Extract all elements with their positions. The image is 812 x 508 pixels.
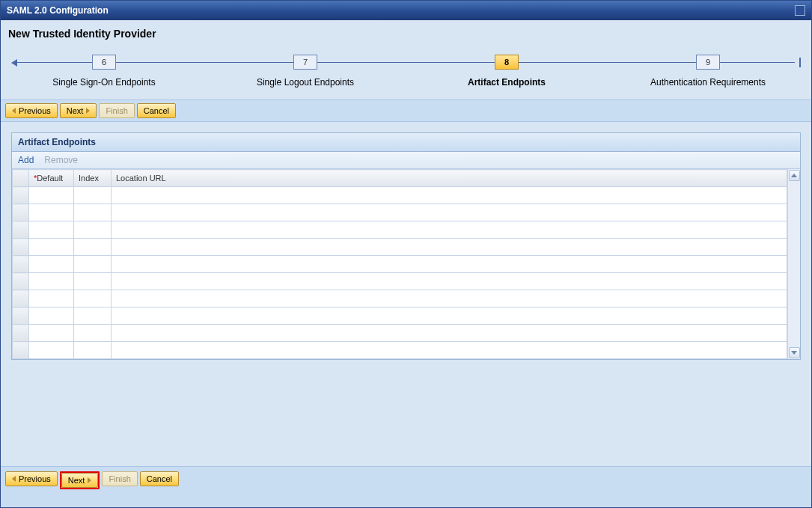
panel-title: Artifact Endpoints bbox=[12, 133, 800, 152]
cell-default[interactable] bbox=[29, 290, 74, 307]
table-row[interactable] bbox=[13, 239, 800, 256]
wizard-step[interactable]: 8Artifact Endpoints bbox=[432, 46, 581, 88]
column-header-default-label: Default bbox=[37, 174, 63, 183]
wizard-step-label: Single Sign-On Endpoints bbox=[52, 77, 155, 88]
cell-location[interactable] bbox=[112, 307, 787, 325]
row-selector[interactable] bbox=[13, 290, 29, 307]
cell-location[interactable] bbox=[112, 273, 787, 290]
next-button-bottom[interactable]: Next bbox=[61, 473, 99, 488]
cell-default[interactable] bbox=[29, 325, 74, 342]
cell-index[interactable] bbox=[74, 342, 112, 359]
cell-default[interactable] bbox=[29, 256, 74, 273]
row-selector[interactable] bbox=[13, 307, 29, 325]
wizard-step[interactable]: 9Authentication Requirements bbox=[633, 46, 783, 88]
cell-location[interactable] bbox=[112, 325, 787, 342]
grid-table: *Default Index Location URL bbox=[12, 169, 800, 359]
button-bar-bottom: Previous Next Finish Cancel bbox=[1, 466, 811, 507]
wizard-step-number: 6 bbox=[92, 55, 116, 70]
cell-location[interactable] bbox=[112, 239, 787, 256]
cell-index[interactable] bbox=[74, 239, 112, 256]
cell-default[interactable] bbox=[29, 204, 74, 221]
next-button[interactable]: Next bbox=[60, 103, 97, 118]
scrollbar[interactable] bbox=[787, 169, 800, 359]
chevron-right-icon bbox=[88, 477, 91, 483]
cell-index[interactable] bbox=[74, 290, 112, 307]
cell-default[interactable] bbox=[29, 187, 74, 204]
cell-location[interactable] bbox=[112, 204, 787, 221]
table-row[interactable] bbox=[13, 307, 800, 325]
wizard-step-number: 7 bbox=[293, 55, 317, 70]
cell-default[interactable] bbox=[29, 273, 74, 290]
row-selector[interactable] bbox=[13, 221, 29, 239]
cell-index[interactable] bbox=[74, 221, 112, 239]
button-bar-top: Previous Next Finish Cancel bbox=[1, 100, 811, 122]
row-selector[interactable] bbox=[13, 204, 29, 221]
table-row[interactable] bbox=[13, 290, 800, 307]
row-selector[interactable] bbox=[13, 187, 29, 204]
cell-index[interactable] bbox=[74, 256, 112, 273]
next-button-highlight: Next bbox=[60, 471, 100, 489]
table-row[interactable] bbox=[13, 187, 800, 204]
cell-default[interactable] bbox=[29, 239, 74, 256]
finish-button: Finish bbox=[99, 103, 134, 118]
window: SAML 2.0 Configuration New Trusted Ident… bbox=[0, 0, 812, 508]
finish-label-bottom: Finish bbox=[109, 474, 130, 483]
cancel-button-bottom[interactable]: Cancel bbox=[140, 471, 179, 486]
column-header-default[interactable]: *Default bbox=[29, 170, 74, 187]
previous-button-bottom[interactable]: Previous bbox=[5, 471, 58, 486]
next-label-bottom: Next bbox=[68, 476, 85, 485]
chevron-right-icon bbox=[86, 108, 90, 114]
cell-location[interactable] bbox=[112, 290, 787, 307]
table-row[interactable] bbox=[13, 221, 800, 239]
cell-default[interactable] bbox=[29, 221, 74, 239]
cancel-label: Cancel bbox=[144, 106, 169, 115]
cell-location[interactable] bbox=[112, 221, 787, 239]
row-selector[interactable] bbox=[13, 256, 29, 273]
add-link[interactable]: Add bbox=[18, 155, 34, 165]
previous-button[interactable]: Previous bbox=[5, 103, 58, 118]
wizard-roadmap: 6Single Sign-On Endpoints7Single Logout … bbox=[11, 46, 801, 94]
panel-toolbar: Add Remove bbox=[12, 152, 800, 169]
row-selector[interactable] bbox=[13, 325, 29, 342]
cell-default[interactable] bbox=[29, 342, 74, 359]
cell-location[interactable] bbox=[112, 342, 787, 359]
row-selector[interactable] bbox=[13, 239, 29, 256]
cell-index[interactable] bbox=[74, 204, 112, 221]
title-bar: SAML 2.0 Configuration bbox=[1, 1, 811, 20]
cell-location[interactable] bbox=[112, 256, 787, 273]
cancel-button[interactable]: Cancel bbox=[137, 103, 176, 118]
column-header-location[interactable]: Location URL bbox=[112, 170, 787, 187]
window-title: SAML 2.0 Configuration bbox=[7, 5, 109, 16]
wizard-step-number: 9 bbox=[696, 55, 720, 70]
finish-button-bottom: Finish bbox=[102, 471, 137, 486]
cell-index[interactable] bbox=[74, 187, 112, 204]
table-row[interactable] bbox=[13, 204, 800, 221]
wizard-step[interactable]: 6Single Sign-On Endpoints bbox=[29, 46, 179, 88]
chevron-down-icon bbox=[791, 351, 797, 355]
cell-default[interactable] bbox=[29, 307, 74, 325]
column-header-index[interactable]: Index bbox=[74, 170, 112, 187]
previous-label-bottom: Previous bbox=[19, 474, 51, 483]
table-row[interactable] bbox=[13, 325, 800, 342]
chevron-left-icon bbox=[12, 476, 16, 482]
wizard-step[interactable]: 7Single Logout Endpoints bbox=[231, 46, 380, 88]
row-selector[interactable] bbox=[13, 342, 29, 359]
remove-link: Remove bbox=[44, 155, 78, 165]
table-row[interactable] bbox=[13, 256, 800, 273]
wizard-step-label: Artifact Endpoints bbox=[468, 77, 546, 88]
finish-label: Finish bbox=[106, 106, 127, 115]
scroll-up-button[interactable] bbox=[789, 170, 800, 181]
wizard-step-number: 8 bbox=[495, 55, 519, 70]
table-row[interactable] bbox=[13, 273, 800, 290]
window-options-icon[interactable] bbox=[795, 5, 805, 16]
cell-index[interactable] bbox=[74, 273, 112, 290]
cell-location[interactable] bbox=[112, 187, 787, 204]
table-row[interactable] bbox=[13, 342, 800, 359]
previous-label: Previous bbox=[19, 106, 51, 115]
chevron-up-icon bbox=[791, 174, 797, 177]
page-title: New Trusted Identity Provider bbox=[1, 20, 811, 43]
cell-index[interactable] bbox=[74, 325, 112, 342]
scroll-down-button[interactable] bbox=[789, 347, 800, 358]
cell-index[interactable] bbox=[74, 307, 112, 325]
row-selector[interactable] bbox=[13, 273, 29, 290]
